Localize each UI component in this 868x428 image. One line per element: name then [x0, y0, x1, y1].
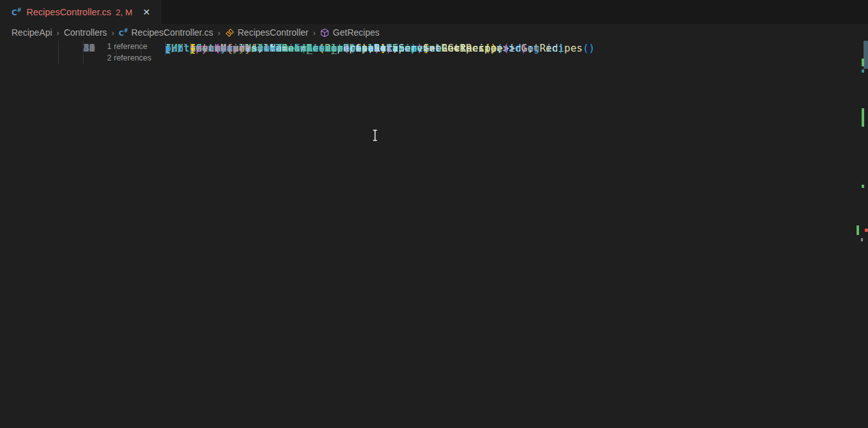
- vscode-window: { "tab": { "title": "RecipesController.c…: [0, 0, 868, 428]
- tab-problems-modified-badge: 2, M: [116, 8, 133, 17]
- breadcrumb-label: Controllers: [64, 27, 107, 38]
- csharp-file-icon: C#: [11, 8, 22, 17]
- csharp-file-icon: C#: [119, 28, 128, 38]
- scrollbar: [859, 41, 868, 428]
- breadcrumb-item-recipescontroller[interactable]: RecipesController: [225, 27, 308, 38]
- breadcrumb-item-controllers[interactable]: Controllers: [64, 27, 107, 38]
- overview-ruler-mark: [865, 229, 868, 232]
- text-cursor-pointer: [371, 129, 379, 145]
- overview-ruler-mark: [862, 69, 864, 73]
- breadcrumb-label: GetRecipes: [333, 27, 379, 38]
- tab-title: RecipesController.cs: [27, 7, 112, 17]
- breadcrumb-item-recipeapi[interactable]: RecipeApi: [11, 27, 52, 38]
- breadcrumb-label: RecipesController: [238, 27, 308, 38]
- code-editor[interactable]: 29 /// </summary>30 /// <returns></retur…: [0, 41, 868, 64]
- chevron-right-icon: ›: [217, 28, 220, 38]
- scrollbar-thumb[interactable]: [864, 41, 868, 69]
- breadcrumb-label: RecipesController.cs: [131, 27, 213, 38]
- chevron-right-icon: ›: [112, 28, 114, 38]
- method-symbol-icon: [320, 28, 329, 38]
- chevron-right-icon: ›: [313, 28, 315, 38]
- tab-recipescontroller[interactable]: C# RecipesController.cs 2, M ✕: [0, 0, 161, 24]
- class-symbol-icon: [225, 28, 235, 38]
- overview-ruler-mark: [862, 59, 864, 66]
- breadcrumb: RecipeApi›Controllers›C#RecipesControlle…: [0, 24, 868, 41]
- code-text: {: [116, 41, 196, 56]
- overview-ruler-mark: [862, 108, 864, 127]
- overview-ruler-mark: [857, 225, 859, 235]
- close-icon[interactable]: ✕: [140, 6, 153, 18]
- chevron-right-icon: ›: [57, 28, 59, 38]
- overview-ruler-mark: [861, 238, 863, 241]
- overview-ruler-mark: [862, 185, 864, 188]
- breadcrumb-item-recipescontroller-cs[interactable]: C#RecipesController.cs: [119, 27, 213, 38]
- line-number[interactable]: 52: [58, 41, 95, 56]
- breadcrumb-label: RecipeApi: [11, 27, 52, 38]
- breadcrumb-item-getrecipes[interactable]: GetRecipes: [320, 27, 379, 38]
- tab-bar: C# RecipesController.cs 2, M ✕: [0, 0, 868, 24]
